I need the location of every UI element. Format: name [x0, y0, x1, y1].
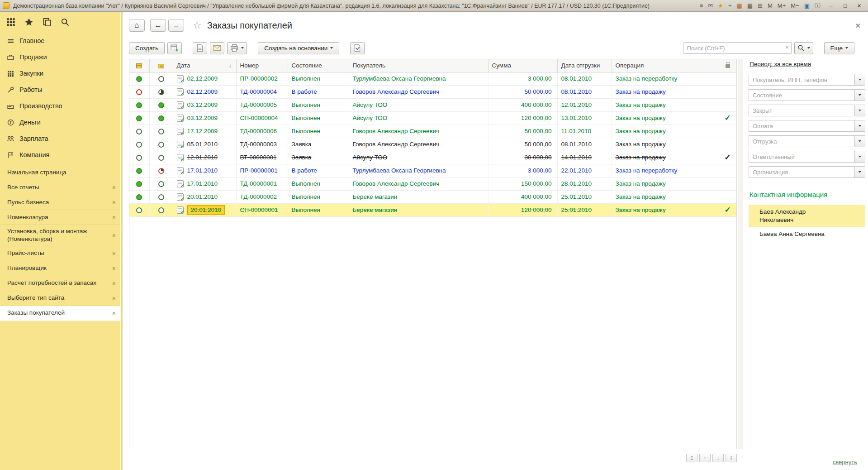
- attachments-button[interactable]: [350, 42, 365, 54]
- close-button[interactable]: ✕: [853, 1, 865, 10]
- table-row[interactable]: 12.01.2010ВТ-00000001ЗаявкаАйсулу ТОО30 …: [129, 151, 737, 164]
- filter-input[interactable]: [749, 151, 854, 163]
- windows-icon[interactable]: ▣: [804, 3, 810, 9]
- memory-m-plus-button[interactable]: M+: [778, 3, 786, 9]
- maximize-button[interactable]: □: [839, 1, 851, 10]
- collapse-link[interactable]: свернуть: [833, 459, 857, 465]
- calendar-icon[interactable]: ▦: [747, 3, 753, 9]
- close-window-icon[interactable]: ×: [112, 295, 116, 302]
- filter-dropdown-button[interactable]: [854, 166, 865, 178]
- go-last-button[interactable]: ↧: [726, 454, 737, 462]
- contact-item[interactable]: Баев Александр Николаевич: [749, 205, 865, 227]
- shipment-state-column-header[interactable]: [129, 59, 149, 72]
- column-header-customer[interactable]: Покупатель: [349, 59, 488, 72]
- go-previous-button[interactable]: ↑: [699, 454, 711, 462]
- close-window-icon[interactable]: ×: [112, 184, 116, 191]
- period-link[interactable]: Период: за все время: [749, 61, 811, 67]
- open-window-item[interactable]: Установка, сборка и монтаж (Номенклатура…: [0, 225, 120, 246]
- sidebar-section-money[interactable]: Деньги: [0, 114, 120, 130]
- create-by-copy-button[interactable]: [167, 42, 182, 54]
- filter-dropdown-button[interactable]: [854, 89, 865, 101]
- close-window-icon[interactable]: ×: [112, 199, 116, 206]
- open-window-item[interactable]: Заказы покупателей×: [0, 306, 120, 321]
- column-header-date[interactable]: Дата ↓: [173, 59, 236, 72]
- open-window-item[interactable]: Пульс бизнеса×: [0, 195, 120, 210]
- sidebar-section-sales[interactable]: Продажи: [0, 49, 120, 65]
- table-row[interactable]: 20.01.2010СП-00000001ВыполненБереке мага…: [129, 203, 737, 216]
- close-window-icon[interactable]: ×: [112, 265, 116, 272]
- filter-input[interactable]: [749, 89, 854, 101]
- filter-input[interactable]: [749, 74, 854, 86]
- table-row[interactable]: 05.01.2010ТД-00000003ЗаявкаГоворов Алекс…: [129, 138, 737, 151]
- open-window-item[interactable]: Все отчеты×: [0, 180, 120, 195]
- column-header-number[interactable]: Номер: [236, 59, 288, 72]
- table-row[interactable]: 02.12.2009ПР-00000002ВыполненТурлумбаева…: [129, 72, 737, 85]
- table-row[interactable]: 20.01.2010ТД-00000002ВыполненБереке мага…: [129, 190, 737, 203]
- home-button[interactable]: ⌂: [129, 19, 145, 32]
- report-button[interactable]: [193, 42, 207, 54]
- go-first-button[interactable]: ↥: [686, 454, 697, 462]
- table-row[interactable]: 03.12.2009СП-00000004ВыполненАйсулу ТОО1…: [129, 111, 737, 125]
- filter-dropdown-button[interactable]: [854, 105, 865, 116]
- column-header-operation[interactable]: Операция: [612, 59, 718, 72]
- minimize-button[interactable]: –: [825, 1, 837, 10]
- create-based-on-dropdown[interactable]: Создать на основании: [258, 42, 339, 54]
- form-close-icon[interactable]: ✕: [855, 22, 861, 30]
- table-row[interactable]: 03.12.2009ТД-00000005ВыполненАйсулу ТОО4…: [129, 98, 737, 111]
- open-window-item[interactable]: Планировщик×: [0, 261, 120, 276]
- filter-dropdown-button[interactable]: [854, 135, 865, 147]
- search-input[interactable]: [683, 42, 792, 54]
- column-header-ship-date[interactable]: Дата отгрузки: [557, 59, 612, 72]
- filter-input[interactable]: [749, 105, 854, 116]
- table-scrollbar[interactable]: [738, 59, 743, 449]
- close-window-icon[interactable]: ×: [112, 250, 116, 257]
- contact-item[interactable]: Баева Анна Сергеевна: [749, 227, 865, 241]
- filter-input[interactable]: [749, 120, 854, 132]
- open-window-item[interactable]: Расчет потребностей в запасах×: [0, 276, 120, 291]
- sidebar-section-salary[interactable]: Зарплата: [0, 130, 120, 147]
- filter-dropdown-button[interactable]: [854, 151, 865, 163]
- history-icon[interactable]: [43, 18, 52, 27]
- filter-dropdown-button[interactable]: [854, 120, 865, 132]
- table-row[interactable]: 17.01.2010ТД-00000001ВыполненГоворов Але…: [129, 177, 737, 190]
- sidebar-section-production[interactable]: Производство: [0, 98, 120, 114]
- favorites-star-icon[interactable]: [24, 18, 33, 27]
- search-clear-icon[interactable]: ×: [785, 44, 789, 51]
- apps-menu-icon[interactable]: [6, 18, 15, 27]
- filter-input[interactable]: [749, 166, 854, 178]
- sidebar-section-works[interactable]: Работы: [0, 82, 120, 98]
- add-icon[interactable]: +: [728, 3, 732, 9]
- search-settings-button[interactable]: [794, 42, 813, 54]
- favorites-star-icon[interactable]: ★: [718, 3, 723, 9]
- search-icon[interactable]: [61, 18, 70, 27]
- attachment-icon[interactable]: ✉: [708, 3, 713, 9]
- column-header-amount[interactable]: Сумма: [488, 59, 557, 72]
- link-icon[interactable]: ≡: [700, 3, 703, 9]
- close-window-icon[interactable]: ×: [112, 310, 116, 317]
- table-row[interactable]: 17.12.2009ТД-00000006ВыполненГоворов Але…: [129, 125, 737, 138]
- table-row[interactable]: 17.01.2010ПР-00000001В работеТурлумбаева…: [129, 164, 737, 177]
- calculator-icon[interactable]: ⊞: [758, 3, 763, 9]
- payment-state-column-header[interactable]: [149, 59, 173, 72]
- filter-dropdown-button[interactable]: [854, 74, 865, 86]
- column-header-lock[interactable]: [718, 59, 737, 72]
- sidebar-section-company[interactable]: Компания: [0, 147, 120, 163]
- more-button[interactable]: Еще: [824, 42, 854, 54]
- go-next-button[interactable]: ↓: [712, 454, 724, 462]
- sidebar-section-purchases[interactable]: Закупки: [0, 65, 120, 82]
- open-window-item[interactable]: Прайс-листы×: [0, 246, 120, 261]
- filter-input[interactable]: [749, 135, 854, 147]
- memory-m-minus-button[interactable]: M−: [791, 3, 799, 9]
- close-window-icon[interactable]: ×: [112, 280, 116, 287]
- memory-m-button[interactable]: M: [768, 3, 773, 9]
- close-window-icon[interactable]: ×: [112, 214, 116, 221]
- create-button[interactable]: Создать: [129, 42, 165, 54]
- column-header-status[interactable]: Состояние: [288, 59, 349, 72]
- open-window-item[interactable]: Выберите тип сайта×: [0, 291, 120, 306]
- sidebar-section-main[interactable]: Главное: [0, 33, 120, 49]
- table-icon[interactable]: ▦: [737, 3, 742, 9]
- info-icon[interactable]: ⓘ: [815, 3, 821, 9]
- back-button[interactable]: ←: [150, 19, 166, 32]
- favorite-toggle-icon[interactable]: ☆: [193, 19, 202, 31]
- open-window-item[interactable]: Начальная страница: [0, 165, 120, 180]
